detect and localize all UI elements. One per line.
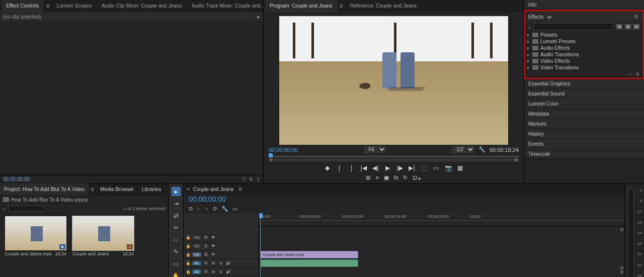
- export-frame-icon[interactable]: 📷: [445, 164, 452, 171]
- timeline-timecode[interactable]: 00;00;00;00: [184, 194, 259, 204]
- side-tab-essential-sound[interactable]: Essential Sound: [524, 89, 644, 99]
- effects-folder-audio-effects[interactable]: ▸Audio Effects: [527, 45, 641, 51]
- audio-clip[interactable]: [260, 259, 358, 267]
- no-seq-icon: ×: [187, 186, 190, 192]
- trash-icon[interactable]: 🗑: [635, 71, 640, 77]
- marker-icon[interactable]: ◆: [324, 164, 331, 171]
- snap-icon[interactable]: ⧉: [189, 206, 193, 212]
- tab-reference[interactable]: Reference: Couple and Jeans: [345, 0, 422, 12]
- in-icon[interactable]: {: [336, 164, 343, 171]
- goto-out-icon[interactable]: ▶|: [409, 164, 416, 171]
- fit-select[interactable]: Fit: [364, 146, 386, 153]
- video-clip[interactable]: Couple and Jeans.mp4: [260, 251, 358, 258]
- scrub-playhead[interactable]: [269, 153, 273, 157]
- scrub-area[interactable]: [264, 154, 524, 162]
- side-tab-events[interactable]: Events: [524, 139, 644, 149]
- timeline-header: × Couple and Jeans ≡: [184, 184, 624, 194]
- scale-select[interactable]: 1/2: [451, 146, 474, 153]
- viewer-tc-in[interactable]: 00;00;00;00: [269, 147, 298, 153]
- export-icon[interactable]: ⇪: [256, 176, 260, 182]
- safe-margin-icon[interactable]: ⊞: [366, 174, 370, 182]
- out-icon[interactable]: }: [348, 164, 355, 171]
- tab-project[interactable]: Project: How To Add Blur To A Video: [0, 183, 89, 196]
- track-header-v1[interactable]: 🔒V1⊟👁: [184, 250, 259, 259]
- marker-span-icon[interactable]: ⟐: [205, 206, 208, 212]
- loop-icon[interactable]: ↻: [249, 176, 253, 182]
- sequence-name[interactable]: Couple and Jeans: [193, 187, 233, 192]
- hand-tool-icon[interactable]: ✋: [172, 271, 181, 277]
- tab-menu-icon[interactable]: ≡: [44, 3, 51, 10]
- pen-tool-icon[interactable]: ✎: [172, 247, 181, 256]
- timeline-canvas[interactable]: 00;00 00;00;08;00 00;00;16;00 00;00;24;0…: [259, 213, 624, 277]
- tab-effect-controls[interactable]: Effect Controls: [1, 0, 44, 12]
- timeline-menu-icon[interactable]: ≡: [236, 186, 244, 193]
- side-tab-markers[interactable]: Markers: [524, 119, 644, 129]
- side-tab-info[interactable]: Info: [524, 0, 644, 10]
- captions-icon[interactable]: ⊡: [413, 174, 417, 182]
- side-rest: Essential Graphics Essential Sound Lumet…: [524, 79, 644, 183]
- loop-toggle-icon[interactable]: ↻: [403, 174, 408, 182]
- selection-tool-icon[interactable]: ▸: [172, 187, 181, 196]
- effects-folder-video-effects[interactable]: ▸Video Effects: [527, 58, 641, 64]
- project-item[interactable]: ≡ Couple and Jeans18;24: [72, 216, 134, 257]
- lift-icon[interactable]: ⬚: [421, 164, 428, 171]
- goto-in-icon[interactable]: |◀: [360, 164, 367, 171]
- tab-menu-icon[interactable]: ≡: [338, 3, 345, 10]
- seq-badge: ≡: [127, 244, 133, 249]
- effects-folder-audio-transitions[interactable]: ▸Audio Transitions: [527, 51, 641, 58]
- cc-icon[interactable]: ▭: [232, 206, 237, 212]
- comp-icon[interactable]: ▦: [457, 164, 464, 171]
- side-tab-lumetri-color[interactable]: Lumetri Color: [524, 99, 644, 109]
- yuv-icon[interactable]: ▣: [633, 24, 640, 30]
- wrench2-icon[interactable]: 🔧: [221, 206, 228, 212]
- 32bit-icon[interactable]: ▣: [624, 24, 631, 30]
- rect-tool-icon[interactable]: ▭: [172, 259, 181, 268]
- tab-program[interactable]: Program: Couple and Jeans: [265, 0, 338, 12]
- tab-menu-icon[interactable]: ≡: [89, 186, 96, 193]
- tab-audio-track-mixer[interactable]: Audio Track Mixer: Couple and Jeans: [187, 0, 263, 12]
- ripple-tool-icon[interactable]: ⇄: [172, 211, 181, 220]
- project-search-input[interactable]: [8, 206, 43, 212]
- add-button-icon[interactable]: +: [417, 174, 421, 182]
- effects-search-input[interactable]: [533, 23, 614, 30]
- wrench-icon[interactable]: 🔧: [478, 146, 486, 153]
- accel-icon[interactable]: ▣: [616, 24, 623, 30]
- project-item[interactable]: ▶ Couple and Jeans.mp418;24: [5, 216, 66, 257]
- step-back-icon[interactable]: ◀|: [372, 164, 379, 171]
- effects-folder-presets[interactable]: ▸Presets: [527, 32, 641, 38]
- razor-tool-icon[interactable]: ✂: [172, 223, 181, 232]
- side-tab-essential-graphics[interactable]: Essential Graphics: [524, 79, 644, 89]
- overlay-icon[interactable]: ≡: [375, 174, 378, 182]
- tab-media-browser[interactable]: Media Browser: [96, 183, 138, 196]
- timeline-vscroll[interactable]: [620, 228, 623, 277]
- effects-folder-video-transitions[interactable]: ▸Video Transitions: [527, 64, 641, 71]
- new-bin-icon[interactable]: ▭: [628, 71, 632, 77]
- track-header-a2[interactable]: 🔒A2⊟MS🔊: [184, 267, 259, 276]
- effects-folder-lumetri[interactable]: ▸Lumetri Presets: [527, 38, 641, 45]
- link-icon[interactable]: ∩: [197, 206, 201, 212]
- panel-menu-icon[interactable]: ≡: [632, 13, 640, 20]
- video-viewer[interactable]: [279, 16, 508, 145]
- effects-panel-label[interactable]: Effects: [528, 14, 543, 20]
- slip-tool-icon[interactable]: ↔: [172, 235, 181, 244]
- arrow-right-icon[interactable]: ▸: [257, 14, 260, 20]
- track-header-a1[interactable]: 🔒A1⊟MS🔊: [184, 259, 259, 267]
- track-select-tool-icon[interactable]: ⇥: [172, 199, 181, 208]
- side-tab-history[interactable]: History: [524, 129, 644, 139]
- track-header-v2[interactable]: 🔒V2⊟👁: [184, 242, 259, 250]
- vr-icon[interactable]: fx: [394, 174, 398, 182]
- tab-audio-clip-mixer[interactable]: Audio Clip Mixer: Couple and Jeans: [97, 0, 187, 12]
- play-icon[interactable]: ▶: [384, 164, 391, 171]
- settings-icon[interactable]: ⚙: [212, 206, 217, 212]
- project-path: How To Add Blur To A Video.prproj: [11, 197, 88, 203]
- extract-icon[interactable]: ▭: [433, 164, 440, 171]
- tab-lumetri-scopes[interactable]: Lumetri Scopes: [51, 0, 96, 12]
- side-tab-timecode[interactable]: Timecode: [524, 149, 644, 159]
- step-fwd-icon[interactable]: |▶: [396, 164, 404, 171]
- proxy-icon[interactable]: ▣: [384, 174, 389, 182]
- side-tab-metadata[interactable]: Metadata: [524, 109, 644, 119]
- tab-libraries[interactable]: Libraries: [138, 183, 165, 196]
- track-header-v3[interactable]: 🔒V3⊟👁: [184, 233, 259, 242]
- filter-icon[interactable]: ▽: [242, 176, 246, 182]
- time-ruler[interactable]: 00;00 00;00;08;00 00;00;16;00 00;00;24;0…: [259, 213, 624, 226]
